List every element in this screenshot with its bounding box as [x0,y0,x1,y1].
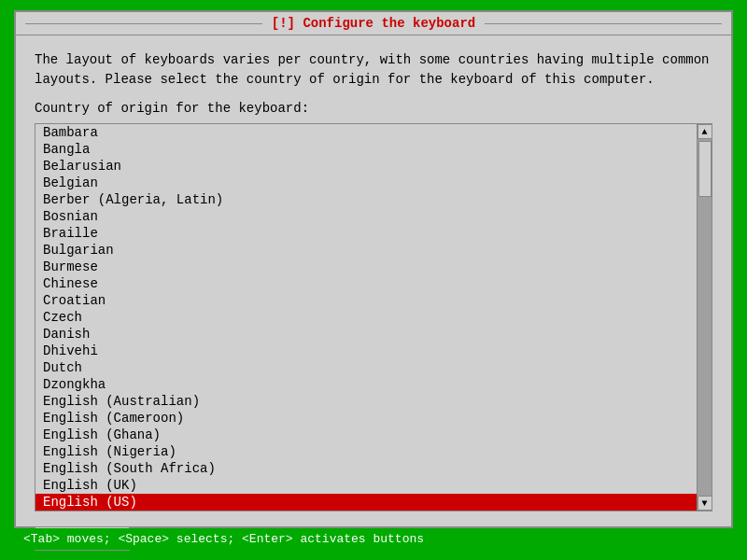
list-item[interactable]: Dutch [35,359,697,376]
description-line1: The layout of keyboards varies per count… [35,52,710,67]
content-area: The layout of keyboards varies per count… [16,35,731,560]
list-item[interactable]: English (Cameroon) [35,410,697,427]
description-text: The layout of keyboards varies per count… [35,50,712,90]
list-item[interactable]: Burmese [35,259,697,275]
description-line2: layouts. Please select the country of or… [35,72,655,87]
list-item[interactable]: Bosnian [35,208,697,225]
list-item[interactable]: Danish [35,326,697,343]
list-item[interactable]: Dzongkha [35,376,697,393]
list-item[interactable]: Berber (Algeria, Latin) [35,191,697,208]
scroll-thumb[interactable] [698,141,712,197]
list-item[interactable]: Belarusian [35,158,697,175]
dialog-title: [!] Configure the keyboard [262,16,485,31]
list-item[interactable]: English (US) [35,494,697,511]
keyboard-list-container: BambaraBanglaBelarusianBelgianBerber (Al… [35,123,712,511]
status-bar: <Tab> moves; <Space> selects; <Enter> ac… [14,528,733,550]
list-item[interactable]: Dhivehi [35,343,697,359]
list-item[interactable]: Chinese [35,275,697,292]
list-item[interactable]: Belgian [35,175,697,191]
list-item[interactable]: Bangla [35,141,697,158]
keyboard-list-scroll[interactable]: BambaraBanglaBelarusianBelgianBerber (Al… [35,124,697,511]
list-item[interactable]: Braille [35,225,697,242]
list-item[interactable]: Bambara [35,124,697,141]
scroll-track [698,139,712,496]
list-item[interactable]: English (South Africa) [35,460,697,477]
list-item[interactable]: English (Ghana) [35,427,697,443]
list-item[interactable]: English (UK) [35,477,697,494]
scrollbar: ▲ ▼ [697,124,712,511]
title-bar: [!] Configure the keyboard [16,12,731,35]
list-item[interactable]: Croatian [35,292,697,309]
scroll-down-arrow[interactable]: ▼ [698,496,712,511]
list-item[interactable]: English (Australian) [35,393,697,410]
list-item[interactable]: Czech [35,309,697,326]
list-item[interactable]: English (Nigeria) [35,443,697,460]
list-item[interactable]: Bulgarian [35,242,697,259]
country-label: Country of origin for the keyboard: [35,101,712,116]
scroll-up-arrow[interactable]: ▲ [698,124,712,139]
configure-keyboard-dialog: [!] Configure the keyboard The layout of… [14,10,733,528]
